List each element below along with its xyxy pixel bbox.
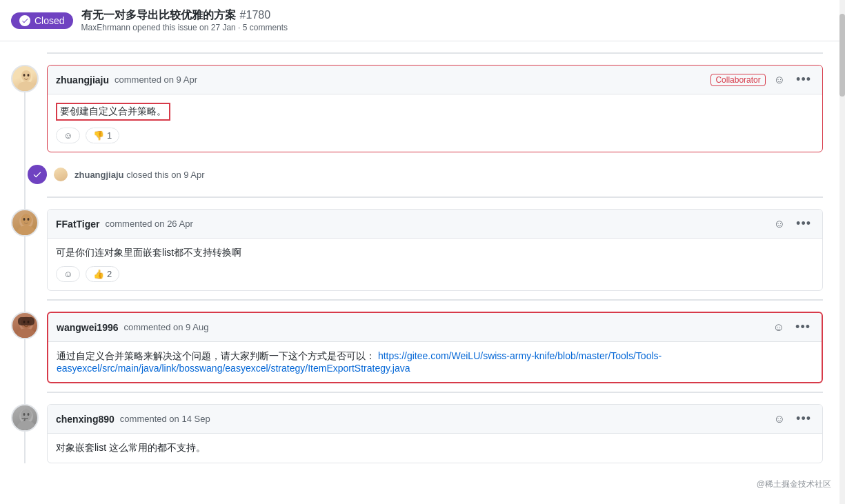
- reaction-smiley-2[interactable]: ☺: [56, 266, 80, 282]
- comment-container-4: chenxing890 commented on 14 Sep ☺ ••• 对象…: [47, 404, 823, 463]
- comment-body-1: 要创建自定义合并策略。 ☺ 👎 1: [48, 94, 822, 152]
- svg-rect-14: [18, 317, 34, 325]
- svg-point-2: [23, 74, 26, 77]
- emoji-button-4[interactable]: ☺: [771, 412, 788, 427]
- svg-point-15: [17, 328, 35, 339]
- comment-author-2: FFatTiger: [56, 219, 100, 230]
- comment-block-3: wangwei1996 commented on 9 Aug ☺ ••• 通过自…: [11, 312, 823, 383]
- closed-label: Closed: [34, 15, 65, 26]
- svg-point-8: [28, 218, 30, 221]
- comment-text-1: 要创建自定义合并策略。: [56, 103, 170, 121]
- comment-text-4: 对象嵌套list 这么常用的都不支持。: [56, 442, 206, 453]
- comment-author-4: chenxing890: [56, 414, 115, 425]
- comment-author-3: wangwei1996: [57, 322, 119, 333]
- closed-event-icon: [32, 170, 42, 179]
- svg-point-19: [28, 413, 30, 416]
- scrollbar-thumb[interactable]: [839, 14, 845, 97]
- emoji-button-2[interactable]: ☺: [771, 216, 788, 232]
- comment-body-3: 通过自定义合并策略来解决这个问题，请大家判断一下这个方式是否可以： https:…: [48, 342, 822, 382]
- more-button-2[interactable]: •••: [793, 215, 814, 232]
- svg-point-18: [23, 413, 26, 416]
- more-button-4[interactable]: •••: [793, 410, 814, 427]
- comment-body-4: 对象嵌套list 这么常用的都不支持。: [48, 434, 822, 463]
- comment-time-1: commented on 9 Apr: [115, 74, 197, 85]
- issue-number: #1780: [240, 9, 271, 21]
- comment-author-1: zhuangjiaju: [56, 74, 109, 85]
- event-actor-avatar: [54, 168, 68, 181]
- event-text: zhuangjiaju closed this on 9 Apr: [74, 170, 205, 180]
- collaborator-badge: Collaborator: [710, 74, 765, 86]
- more-button-1[interactable]: •••: [793, 71, 814, 88]
- svg-point-4: [18, 81, 34, 92]
- scrollbar[interactable]: [839, 0, 845, 504]
- comment-container-3: wangwei1996 commented on 9 Aug ☺ ••• 通过自…: [47, 312, 823, 383]
- svg-point-6: [21, 214, 32, 226]
- closed-badge: Closed: [11, 12, 73, 29]
- closed-event: zhuangjiaju closed this on 9 Apr: [11, 161, 823, 188]
- comment-container-1: zhuangjiaju commented on 9 Apr Collabora…: [47, 65, 823, 152]
- watermark: @稀土掘金技术社区: [757, 478, 831, 490]
- avatar-zhuangjiaju: [11, 65, 39, 92]
- issue-meta: MaxEhrmann opened this issue on 27 Jan ·…: [81, 23, 834, 32]
- reaction-smiley-1[interactable]: ☺: [56, 128, 80, 143]
- reaction-thumbsup-2[interactable]: 👍 2: [86, 266, 119, 282]
- reaction-thumbsdown-1[interactable]: 👎 1: [86, 128, 119, 143]
- comment-text-2: 可是你们连对象里面嵌套list都不支持转换啊: [56, 247, 241, 258]
- comment-block-1: zhuangjiaju commented on 9 Apr Collabora…: [11, 65, 823, 152]
- issue-title: 有无一对多导出比较优雅的方案: [81, 8, 236, 23]
- comment-text-3: 通过自定义合并策略来解决这个问题，请大家判断一下这个方式是否可以： https:…: [57, 350, 662, 374]
- emoji-button-3[interactable]: ☺: [771, 320, 787, 335]
- svg-point-22: [17, 421, 35, 432]
- issue-header: Closed 有无一对多导出比较优雅的方案 #1780 MaxEhrmann o…: [0, 0, 845, 41]
- comment-container-2: FFatTiger commented on 26 Apr ☺ ••• 可是你们…: [47, 209, 823, 291]
- avatar-wangwei: [11, 312, 39, 339]
- comment-time-4: commented on 14 Sep: [120, 414, 210, 424]
- timeline: zhuangjiaju commented on 9 Apr Collabora…: [11, 52, 823, 463]
- check-circle-icon: [19, 15, 30, 26]
- comment-block-4: 不 哦 chenxing890 commented on 14 Sep ☺ ••…: [11, 404, 823, 463]
- more-button-3[interactable]: •••: [793, 319, 813, 336]
- svg-point-7: [23, 218, 26, 221]
- emoji-button-1[interactable]: ☺: [771, 72, 788, 88]
- comment-body-2: 可是你们连对象里面嵌套list都不支持转换啊 ☺ 👍 2: [48, 239, 822, 290]
- svg-point-3: [28, 74, 30, 77]
- event-actor: zhuangjiaju: [74, 170, 124, 180]
- svg-point-9: [17, 225, 35, 236]
- avatar-chenxing: 不 哦: [11, 404, 39, 432]
- comment-time-2: commented on 26 Apr: [106, 219, 193, 229]
- comment-block-2: FFatTiger commented on 26 Apr ☺ ••• 可是你们…: [11, 209, 823, 291]
- avatar-ffat: [11, 209, 39, 236]
- comment-time-3: commented on 9 Aug: [124, 322, 209, 332]
